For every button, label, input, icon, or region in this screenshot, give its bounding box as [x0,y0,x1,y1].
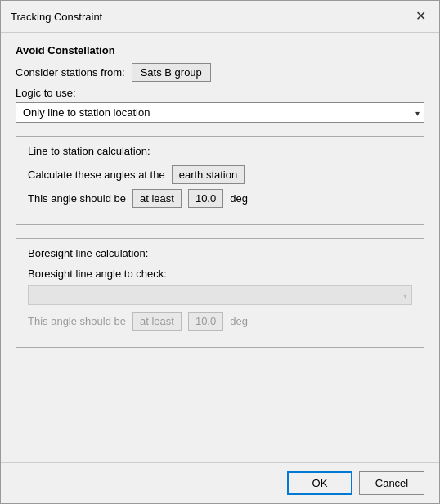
boresight-dropdown-container: ▾ [28,285,412,305]
close-button[interactable]: ✕ [411,7,429,25]
boresight-title: Boresight line calculation: [28,247,412,259]
dialog-footer: OK Cancel [1,462,439,503]
at-least-box: at least [132,189,182,208]
earth-station-box: earth station [172,165,245,184]
boresight-angle-label: Boresight line angle to check: [28,268,412,280]
deg-label: deg [230,192,248,205]
stations-from-button[interactable]: Sats B group [132,63,211,82]
ok-button[interactable]: OK [287,471,352,495]
calculate-label: Calculate these angles at the [28,169,165,181]
boresight-at-least-box: at least [132,312,182,331]
dialog-title: Tracking Constraint [11,11,102,23]
cancel-button[interactable]: Cancel [359,471,424,495]
angle-row: This angle should be at least 10.0 deg [28,189,412,208]
angle-value-box: 10.0 [188,189,223,208]
boresight-angle-row: This angle should be at least 10.0 deg [28,312,412,331]
logic-dropdown-container: Only line to station location ▾ [16,102,424,123]
boresight-deg-label: deg [230,315,248,327]
avoid-constellation-title: Avoid Constellation [16,44,424,56]
avoid-constellation-section: Avoid Constellation Consider stations fr… [16,44,424,126]
dialog-content: Avoid Constellation Consider stations fr… [1,33,439,462]
title-bar: Tracking Constraint ✕ [1,1,439,33]
line-to-station-section: Line to station calculation: Calculate t… [16,136,424,225]
stations-from-label: Consider stations from: [16,66,125,79]
boresight-angle-text-label: This angle should be [28,315,126,327]
calculate-angles-row: Calculate these angles at the earth stat… [28,165,412,184]
boresight-angle-value-box: 10.0 [188,312,223,331]
logic-dropdown[interactable]: Only line to station location [16,102,424,123]
boresight-section: Boresight line calculation: Boresight li… [16,238,424,348]
boresight-dropdown [28,285,412,305]
angle-label: This angle should be [28,192,126,205]
stations-from-row: Consider stations from: Sats B group [16,63,424,82]
line-to-station-title: Line to station calculation: [28,145,412,157]
logic-label: Logic to use: [16,87,424,99]
tracking-constraint-dialog: Tracking Constraint ✕ Avoid Constellatio… [0,0,440,504]
